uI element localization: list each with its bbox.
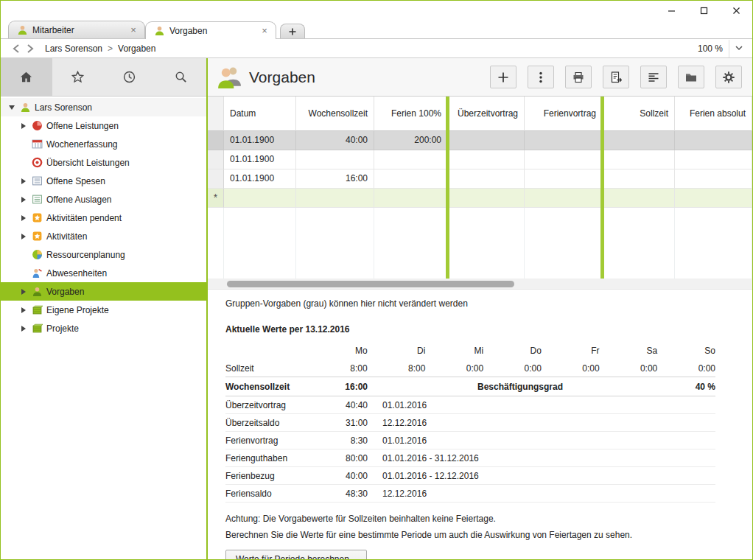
recent-button[interactable] [104, 58, 155, 96]
sidebar-item-offene-auslagen[interactable]: Offene Auslagen [1, 190, 206, 209]
column-header-ferienvortrag[interactable]: Ferienvortrag [525, 97, 603, 131]
table-cell[interactable] [448, 150, 525, 169]
minimize-button[interactable] [655, 1, 687, 21]
new-tab-button[interactable] [280, 24, 305, 38]
table-cell[interactable] [448, 189, 525, 208]
settings-button[interactable] [715, 66, 742, 88]
day-header: So [657, 346, 715, 356]
table-cell[interactable] [525, 189, 603, 208]
table-cell[interactable] [675, 189, 752, 208]
table-cell[interactable]: 01.01.1900 [224, 169, 296, 189]
table-cell[interactable] [675, 169, 752, 189]
tab-vorgaben[interactable]: Vorgaben × [145, 21, 276, 39]
favorites-button[interactable] [52, 58, 104, 96]
table-cell[interactable] [448, 131, 525, 150]
more-actions-button[interactable] [528, 66, 554, 88]
table-cell[interactable] [603, 169, 675, 189]
sidebar-item-vorgaben[interactable]: Vorgaben [1, 282, 206, 301]
report-icon [609, 71, 623, 84]
maximize-button[interactable] [687, 1, 720, 21]
forward-icon [27, 44, 34, 53]
tab-close-icon[interactable]: × [128, 24, 139, 35]
column-header-wochensollzeit[interactable]: Wochensollzeit [296, 97, 374, 131]
table-cell[interactable] [525, 131, 603, 150]
sidebar-item-uebersicht-leistungen[interactable]: Übersicht Leistungen [1, 153, 206, 172]
tab-mitarbeiter[interactable]: Mitarbeiter × [8, 21, 145, 38]
column-header-ueberzeitvortrag[interactable]: Überzeitvortrag [448, 97, 525, 131]
sidebar-item-aktivitaeten-pendent[interactable]: Aktivitäten pendent [1, 209, 206, 227]
folder-button[interactable] [678, 66, 704, 88]
zoom-dropdown-button[interactable] [729, 40, 748, 57]
table-cell[interactable] [675, 131, 752, 150]
table-cell[interactable] [224, 189, 296, 208]
home-button[interactable] [1, 58, 52, 96]
sidebar-item-label: Übersicht Leistungen [46, 158, 130, 168]
table-cell[interactable] [603, 150, 675, 169]
search-icon [174, 70, 188, 84]
expand-icon[interactable] [19, 178, 27, 184]
column-header-ferien-absolut[interactable]: Ferien absolut [675, 97, 752, 131]
horizontal-scrollbar[interactable] [208, 279, 752, 290]
row-header[interactable] [208, 150, 224, 169]
expand-icon[interactable] [19, 123, 27, 129]
table-cell[interactable] [374, 169, 448, 189]
sidebar-item-projekte[interactable]: Projekte [1, 319, 206, 337]
breadcrumb-item-vorgaben[interactable]: Vorgaben [118, 43, 155, 54]
scrollbar-thumb[interactable] [227, 281, 514, 287]
table-cell[interactable] [675, 150, 752, 169]
sidebar-item-label: Abwesenheiten [46, 268, 107, 279]
expand-icon[interactable] [19, 326, 27, 332]
table-cell[interactable]: 01.01.1900 [224, 150, 296, 169]
table-cell[interactable]: 40:00 [296, 131, 374, 150]
close-icon [732, 7, 740, 15]
table-cell[interactable]: 16:00 [296, 169, 374, 189]
table-row[interactable]: 01.01.1900 16:00 [208, 169, 752, 189]
zoom-control[interactable]: 100 % [692, 40, 748, 57]
row-header[interactable] [208, 131, 224, 150]
breadcrumb-item-lars-sorenson[interactable]: Lars Sorenson [45, 43, 102, 54]
table-cell[interactable] [374, 189, 448, 208]
table-row[interactable]: 01.01.1900 [208, 150, 752, 169]
row-header[interactable] [208, 169, 224, 189]
sidebar-item-eigene-projekte[interactable]: Eigene Projekte [1, 301, 206, 319]
search-button[interactable] [155, 58, 206, 96]
calculate-period-button[interactable]: Werte für Periode berechnen... [225, 550, 367, 559]
expand-icon[interactable] [19, 289, 27, 295]
sidebar-item-aktivitaeten[interactable]: Aktivitäten [1, 227, 206, 245]
table-cell[interactable] [374, 150, 448, 169]
expand-icon[interactable] [19, 307, 27, 313]
table-cell[interactable]: 01.01.1900 [224, 131, 296, 150]
close-button[interactable] [720, 1, 752, 21]
expand-icon[interactable] [19, 215, 27, 221]
table-cell[interactable] [603, 189, 675, 208]
sidebar-item-offene-spesen[interactable]: Offene Spesen [1, 172, 206, 190]
table-cell[interactable] [525, 169, 603, 189]
column-header-ferien-100[interactable]: Ferien 100% [374, 97, 448, 131]
table-cell[interactable] [603, 131, 675, 150]
print-button[interactable] [565, 66, 592, 88]
collapse-icon[interactable] [7, 105, 15, 110]
expand-icon[interactable] [19, 197, 27, 203]
offene-leistungen-icon [31, 120, 43, 132]
table-row[interactable]: 01.01.1900 40:00 200:00 [208, 131, 752, 150]
table-cell[interactable] [296, 150, 374, 169]
report-button[interactable] [603, 66, 629, 88]
table-cell[interactable]: 200:00 [374, 131, 448, 150]
tab-close-icon[interactable]: × [259, 25, 270, 36]
column-header-datum[interactable]: Datum [224, 97, 296, 131]
forward-button[interactable] [23, 41, 38, 56]
table-cell[interactable] [448, 169, 525, 189]
add-button[interactable] [490, 66, 516, 88]
table-cell[interactable] [296, 189, 374, 208]
list-view-button[interactable] [640, 66, 667, 88]
sidebar-item-abwesenheiten[interactable]: Abwesenheiten [1, 264, 206, 282]
tree-root-lars-sorenson[interactable]: Lars Sorenson [1, 98, 206, 116]
table-cell[interactable] [525, 150, 603, 169]
sidebar-item-wochenerfassung[interactable]: Wochenerfassung [1, 135, 206, 153]
sidebar-item-offene-leistungen[interactable]: Offene Leistungen [1, 116, 206, 135]
sidebar-item-ressourcenplanung[interactable]: Ressourcenplanung [1, 245, 206, 264]
back-button[interactable] [8, 41, 23, 56]
expand-icon[interactable] [19, 234, 27, 239]
column-header-sollzeit[interactable]: Sollzeit [603, 97, 675, 131]
new-row[interactable]: * [208, 189, 752, 208]
